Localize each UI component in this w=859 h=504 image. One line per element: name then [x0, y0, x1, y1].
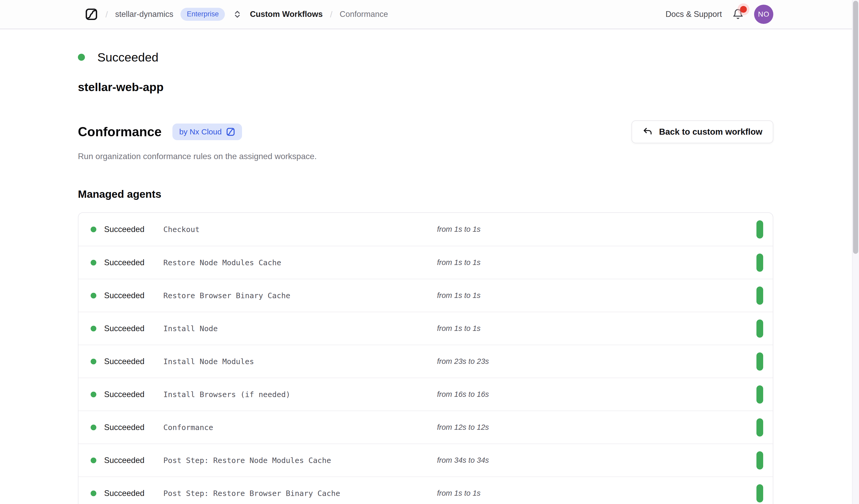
step-status: Succeeded	[104, 423, 163, 432]
step-status: Succeeded	[104, 390, 163, 399]
scrollbar-track[interactable]	[852, 0, 859, 504]
step-timing: from 1s to 1s	[437, 324, 481, 333]
success-dot-icon	[91, 227, 96, 232]
run-status: Succeeded	[78, 50, 773, 64]
by-nx-cloud-label: by Nx Cloud	[179, 127, 222, 136]
step-name: Install Node Modules	[163, 357, 437, 366]
avatar[interactable]: NO	[754, 5, 773, 24]
notifications-button[interactable]	[732, 9, 744, 20]
step-timing: from 1s to 1s	[437, 258, 481, 267]
run-status-label: Succeeded	[97, 50, 159, 64]
step-duration-bar	[756, 220, 763, 239]
success-dot-icon	[91, 293, 96, 299]
step-name: Checkout	[163, 225, 437, 234]
breadcrumb-separator: /	[105, 9, 108, 19]
workspace-switcher-icon[interactable]	[233, 10, 242, 19]
breadcrumb-separator: /	[330, 9, 332, 19]
agent-step-row[interactable]: Succeeded Install Node from 1s to 1s	[78, 312, 773, 345]
enterprise-badge: Enterprise	[180, 8, 225, 21]
breadcrumb-workspace[interactable]: stellar-dynamics	[115, 10, 173, 19]
step-name: Restore Node Modules Cache	[163, 258, 437, 267]
step-name: Restore Browser Binary Cache	[163, 291, 437, 300]
step-duration-bar	[756, 385, 763, 403]
step-timing: from 1s to 1s	[437, 489, 481, 498]
breadcrumb: / stellar-dynamics Enterprise Custom Wor…	[85, 7, 388, 21]
success-dot-icon	[91, 326, 96, 332]
success-dot-icon	[91, 392, 96, 397]
step-duration-bar	[756, 287, 763, 305]
agent-step-row[interactable]: Succeeded Restore Browser Binary Cache f…	[78, 279, 773, 312]
step-name: Install Browsers (if needed)	[163, 390, 437, 399]
step-duration-bar	[756, 254, 763, 272]
step-name: Post Step: Restore Node Modules Cache	[163, 456, 437, 465]
agent-step-row[interactable]: Succeeded Post Step: Restore Browser Bin…	[78, 476, 773, 504]
main-content: Succeeded stellar-web-app Conformance by…	[0, 50, 859, 504]
step-timing: from 34s to 34s	[437, 456, 489, 464]
step-duration-bar	[756, 484, 763, 502]
back-to-custom-workflow-button[interactable]: Back to custom workflow	[632, 120, 773, 143]
success-dot-icon	[78, 54, 85, 61]
managed-agents-list: Succeeded Checkout from 1s to 1s Succeed…	[78, 212, 773, 504]
workflow-header: Conformance by Nx Cloud Back to custom w…	[78, 120, 773, 143]
step-duration-bar	[756, 320, 763, 338]
success-dot-icon	[91, 359, 96, 364]
step-status: Succeeded	[104, 291, 163, 300]
scrollbar-thumb[interactable]	[853, 1, 858, 254]
step-timing: from 1s to 1s	[437, 291, 481, 300]
step-status: Succeeded	[104, 258, 163, 267]
step-duration-bar	[756, 352, 763, 371]
nx-cloud-logo-icon[interactable]	[85, 7, 98, 21]
step-status: Succeeded	[104, 357, 163, 366]
step-timing: from 1s to 1s	[437, 225, 481, 233]
step-status: Succeeded	[104, 456, 163, 465]
breadcrumb-page: Conformance	[340, 10, 388, 19]
back-button-label: Back to custom workflow	[659, 127, 763, 137]
nx-cloud-badge-icon	[226, 127, 235, 137]
undo-arrow-icon	[643, 127, 653, 137]
agent-step-row[interactable]: Succeeded Install Node Modules from 23s …	[78, 345, 773, 378]
docs-support-link[interactable]: Docs & Support	[665, 10, 722, 19]
step-duration-bar	[756, 451, 763, 470]
step-name: Install Node	[163, 324, 437, 333]
workspace-title: stellar-web-app	[78, 80, 773, 94]
workflow-title: Conformance	[78, 124, 162, 139]
notification-dot	[740, 6, 747, 13]
breadcrumb-section[interactable]: Custom Workflows	[250, 10, 322, 19]
step-timing: from 23s to 23s	[437, 357, 489, 366]
agent-step-row[interactable]: Succeeded Conformance from 12s to 12s	[78, 411, 773, 444]
by-nx-cloud-badge[interactable]: by Nx Cloud	[172, 124, 242, 140]
success-dot-icon	[91, 425, 96, 430]
step-name: Conformance	[163, 423, 437, 432]
agent-step-row[interactable]: Succeeded Checkout from 1s to 1s	[78, 213, 773, 246]
step-timing: from 16s to 16s	[437, 390, 489, 399]
success-dot-icon	[91, 458, 96, 463]
top-nav: / stellar-dynamics Enterprise Custom Wor…	[0, 0, 859, 29]
step-status: Succeeded	[104, 324, 163, 333]
success-dot-icon	[91, 490, 96, 496]
step-duration-bar	[756, 418, 763, 437]
agent-step-row[interactable]: Succeeded Install Browsers (if needed) f…	[78, 378, 773, 411]
nav-actions: Docs & Support NO	[665, 5, 773, 24]
step-name: Post Step: Restore Browser Binary Cache	[163, 489, 437, 498]
workflow-description: Run organization conformance rules on th…	[78, 152, 773, 161]
managed-agents-heading: Managed agents	[78, 188, 773, 200]
agent-step-row[interactable]: Succeeded Restore Node Modules Cache fro…	[78, 246, 773, 279]
success-dot-icon	[91, 260, 96, 265]
step-status: Succeeded	[104, 225, 163, 234]
step-status: Succeeded	[104, 489, 163, 498]
step-timing: from 12s to 12s	[437, 423, 489, 432]
agent-step-row[interactable]: Succeeded Post Step: Restore Node Module…	[78, 444, 773, 476]
